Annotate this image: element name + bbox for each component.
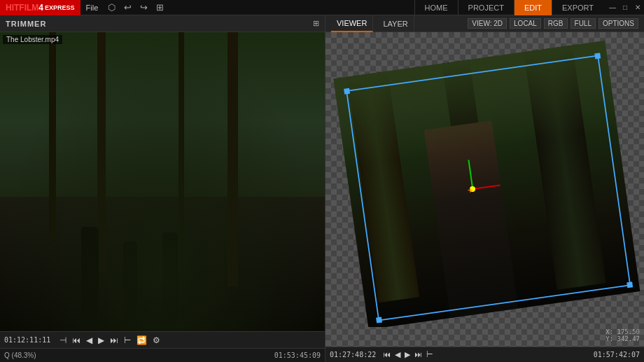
viewer-video-content <box>333 41 640 327</box>
next-frame-btn[interactable]: ⏭ <box>108 335 120 345</box>
trimmer-timeline-bar: Q (48.3%) 01:53:45:09 <box>0 348 325 362</box>
trimmer-time-right: 01:53:45:09 <box>274 351 321 359</box>
nav-tabs: HOME PROJECT EDIT EXPORT <box>414 0 603 15</box>
viewer-time-left: 01:27:48:22 <box>330 351 376 358</box>
menu-file[interactable]: File <box>80 0 104 15</box>
prev-frame-btn[interactable]: ⏮ <box>70 335 83 345</box>
trimmer-controls-bar: 01:12:11:11 ⊣ ⏮ ◀ ▶ ⏭ ⊢ 🔁 ⚙ <box>0 331 325 348</box>
viewer-coords-display: X: 175.50 Y: 342.47 <box>606 328 640 342</box>
nav-tab-home[interactable]: HOME <box>414 0 458 15</box>
menu-icon1[interactable]: ⬡ <box>104 0 120 15</box>
trim-to-in-btn[interactable]: ⊣ <box>57 335 69 345</box>
viewer-tab-layer[interactable]: LAYER <box>377 15 414 32</box>
logo-4: 4 <box>38 3 43 13</box>
coord-x: X: 175.50 <box>606 328 640 335</box>
viewer-controls-bar: 01:27:48:22 ⏮ ◀ ▶ ⏭ ⊢ 01:57:42:07 <box>326 347 644 362</box>
viewer-play-btn[interactable]: ▶ <box>403 349 412 360</box>
trimmer-filename-tag: The Lobster.mp4 <box>3 35 62 44</box>
viewer-next-btn[interactable]: ⏭ <box>413 349 424 360</box>
menu-grid[interactable]: ⊞ <box>152 0 168 15</box>
trimmer-video-area: The Lobster.mp4 01:12:11:11 ⊣ ⏮ ◀ ▶ ⏭ ⊢ … <box>0 32 325 362</box>
nav-tab-project[interactable]: PROJECT <box>458 0 514 15</box>
settings-btn[interactable]: ⚙ <box>150 335 162 345</box>
minimize-button[interactable]: — <box>606 1 619 14</box>
trimmer-video-forest <box>0 32 325 331</box>
full-control[interactable]: FULL <box>570 18 596 29</box>
window-controls: — □ ✕ <box>606 1 644 14</box>
play-reverse-btn[interactable]: ◀ <box>84 335 94 345</box>
close-button[interactable]: ✕ <box>631 1 644 14</box>
play-btn[interactable]: ▶ <box>96 335 106 345</box>
trimmer-zoom-label: Q (48.3%) <box>4 351 36 359</box>
viewer-controls: VIEW: 2D LOCAL RGB FULL OPTIONS <box>468 18 638 29</box>
axis-plus-icon: + <box>468 184 473 195</box>
trimmer-time-display: 01:12:11:11 <box>4 336 50 344</box>
options-control[interactable]: OPTIONS <box>598 18 638 29</box>
viewer-to-end-btn[interactable]: ⊢ <box>425 349 435 360</box>
viewer-header: VIEWER LAYER VIEW: 2D LOCAL RGB FULL OPT… <box>326 15 644 32</box>
viewer-tab-viewer[interactable]: VIEWER <box>331 15 373 32</box>
loop-btn[interactable]: 🔁 <box>134 335 149 345</box>
viewer-prev-btn[interactable]: ◀ <box>393 349 402 360</box>
nav-tab-edit[interactable]: EDIT <box>514 0 552 15</box>
view-2d-control[interactable]: VIEW: 2D <box>468 18 507 29</box>
local-control[interactable]: LOCAL <box>510 18 541 29</box>
main-area: TRIMMER ⊞ The Lobst <box>0 15 644 362</box>
trimmer-expand-icon[interactable]: ⊞ <box>313 19 319 28</box>
menu-undo[interactable]: ↩ <box>120 0 136 15</box>
nav-tab-export[interactable]: EXPORT <box>552 0 603 15</box>
viewer-canvas-area: + X: 175.50 Y: 342.47 <box>326 32 644 347</box>
coord-y: Y: 342.47 <box>606 335 640 342</box>
viewer-to-start-btn[interactable]: ⏮ <box>382 349 392 360</box>
trimmer-header: TRIMMER ⊞ <box>0 15 325 32</box>
viewer-panel: VIEWER LAYER VIEW: 2D LOCAL RGB FULL OPT… <box>326 15 644 362</box>
trimmer-title: TRIMMER <box>6 20 46 28</box>
menu-items: File ⬡ ↩ ↪ ⊞ <box>80 0 169 15</box>
menu-bar: HITFILM4EXPRESS File ⬡ ↩ ↪ ⊞ HOME PROJEC… <box>0 0 644 15</box>
trimmer-panel: TRIMMER ⊞ The Lobst <box>0 15 326 362</box>
viewer-time-right: 01:57:42:07 <box>594 351 640 358</box>
app-logo: HITFILM4EXPRESS <box>0 0 80 15</box>
trimmer-transport: ⊣ ⏮ ◀ ▶ ⏭ ⊢ 🔁 ⚙ <box>57 335 162 345</box>
logo-hitfilm: HITFILM <box>6 3 38 13</box>
maximize-button[interactable]: □ <box>619 1 631 14</box>
viewer-transport: ⏮ ◀ ▶ ⏭ ⊢ <box>382 349 435 360</box>
menu-redo[interactable]: ↪ <box>136 0 152 15</box>
trimmer-video-frame: The Lobster.mp4 <box>0 32 325 331</box>
logo-express: EXPRESS <box>45 4 75 11</box>
rgb-control[interactable]: RGB <box>544 18 568 29</box>
trim-to-out-btn[interactable]: ⊢ <box>122 335 133 345</box>
